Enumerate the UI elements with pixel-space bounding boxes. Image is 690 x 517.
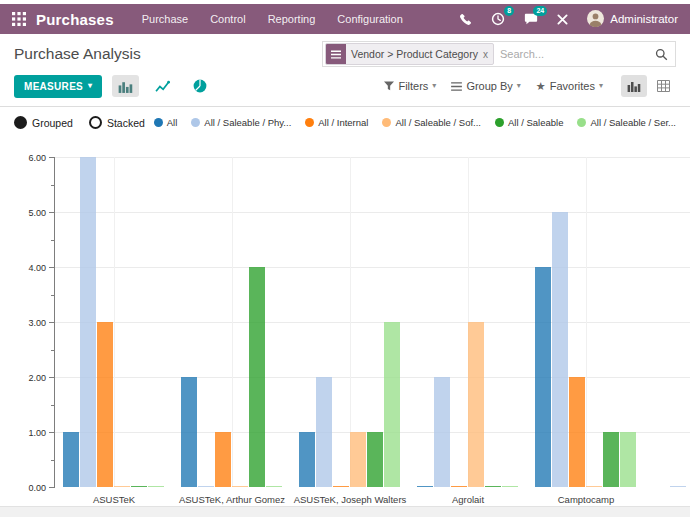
menu-reporting[interactable]: Reporting (268, 13, 316, 25)
bar[interactable] (181, 377, 197, 487)
legend-label: All / Saleable / Sof... (395, 117, 481, 128)
chart-legend: AllAll / Saleable / Phy...All / Internal… (154, 117, 676, 128)
legend-item[interactable]: All / Internal (305, 117, 368, 128)
search-bar[interactable]: Vendor > Product Category x (322, 41, 676, 67)
messages-badge: 24 (533, 6, 547, 16)
activities-clock-icon[interactable]: 8 (491, 12, 505, 26)
bar[interactable] (215, 432, 231, 487)
chart-type-bar-button[interactable] (112, 75, 139, 97)
bar[interactable] (316, 377, 332, 487)
bar[interactable] (266, 486, 282, 487)
bar[interactable] (451, 486, 467, 487)
bar[interactable] (97, 322, 113, 487)
menu-control[interactable]: Control (210, 13, 245, 25)
bar[interactable] (384, 322, 400, 487)
legend-item[interactable]: All / Saleable / Sof... (382, 117, 481, 128)
apps-grid-icon[interactable] (12, 12, 26, 26)
bar[interactable] (249, 267, 265, 487)
bar-group (291, 157, 409, 487)
legend-dot (495, 118, 504, 127)
legend-item[interactable]: All / Saleable / Ser... (577, 117, 676, 128)
bar[interactable] (148, 486, 164, 487)
bar[interactable] (485, 486, 501, 487)
x-axis-label (645, 494, 690, 505)
bar[interactable] (535, 267, 551, 487)
bar[interactable] (586, 486, 602, 487)
bar[interactable] (80, 157, 96, 487)
bar[interactable] (417, 486, 433, 487)
y-tick-label: 5.00 (28, 208, 46, 218)
bar-cluster (417, 322, 519, 487)
legend-dot (191, 118, 200, 127)
caret-down-icon: ▾ (517, 82, 521, 90)
bar[interactable] (232, 486, 248, 487)
legend-label: All / Saleable (508, 117, 563, 128)
bar[interactable] (468, 322, 484, 487)
bar[interactable] (434, 377, 450, 487)
filters-dropdown[interactable]: Filters ▾ (384, 80, 436, 92)
search-facet[interactable]: Vendor > Product Category x (325, 43, 494, 65)
user-menu[interactable]: Administrator (587, 10, 678, 29)
menu-configuration[interactable]: Configuration (337, 13, 402, 25)
search-input[interactable] (494, 48, 655, 60)
top-menu: Purchase Control Reporting Configuration (142, 13, 403, 25)
search-icon[interactable] (655, 48, 675, 61)
bar[interactable] (603, 432, 619, 487)
radio-selected-icon (14, 116, 27, 129)
close-icon[interactable] (557, 14, 568, 25)
control-panel: Purchase Analysis Vendor > Product Categ… (0, 34, 690, 107)
bar-cluster (299, 322, 401, 487)
bar-group (55, 157, 173, 487)
legend-item[interactable]: All / Saleable (495, 117, 563, 128)
groupby-dropdown[interactable]: Group By ▾ (451, 80, 520, 92)
bar[interactable] (63, 432, 79, 487)
facet-remove-icon[interactable]: x (483, 44, 493, 64)
legend-item[interactable]: All / Saleable / Phy... (191, 117, 291, 128)
menu-purchase[interactable]: Purchase (142, 13, 188, 25)
x-axis-label: ASUSTeK, Arthur Gomez (173, 494, 291, 505)
plot-area (55, 157, 690, 487)
pivot-view-button[interactable] (650, 75, 676, 97)
legend-dot (154, 118, 163, 127)
bar[interactable] (198, 486, 214, 487)
legend-dot (382, 118, 391, 127)
bar[interactable] (299, 432, 315, 487)
y-tick-label: 3.00 (28, 318, 46, 328)
bar[interactable] (670, 486, 686, 487)
bar-groups (55, 157, 690, 487)
mode-grouped-radio[interactable]: Grouped (14, 116, 73, 129)
bar[interactable] (620, 432, 636, 487)
legend-label: All / Saleable / Phy... (204, 117, 291, 128)
measures-button[interactable]: MEASURES▾ (14, 75, 102, 98)
user-name: Administrator (610, 13, 678, 25)
bar[interactable] (569, 377, 585, 487)
mode-stacked-radio[interactable]: Stacked (89, 116, 145, 129)
bar[interactable] (350, 432, 366, 487)
chart-type-pie-button[interactable] (186, 75, 213, 97)
bar[interactable] (333, 486, 349, 487)
legend-item[interactable]: All (154, 117, 178, 128)
x-axis-labels: ASUSTeKASUSTeK, Arthur GomezASUSTeK, Jos… (55, 494, 690, 505)
messages-bubble-icon[interactable]: 24 (524, 12, 538, 26)
groupby-facet-icon (326, 44, 346, 64)
bar[interactable] (552, 212, 568, 487)
bar[interactable] (131, 486, 147, 487)
bar-group (409, 157, 527, 487)
y-axis-line (54, 157, 55, 488)
page-bottom-edge (0, 506, 690, 517)
app-title[interactable]: Purchases (36, 11, 114, 28)
chart-toolbar: Grouped Stacked AllAll / Saleable / Phy.… (0, 107, 690, 133)
favorites-dropdown[interactable]: ★ Favorites ▾ (536, 80, 603, 93)
bar[interactable] (114, 486, 130, 487)
view-switcher (621, 75, 676, 97)
page-title: Purchase Analysis (14, 45, 141, 63)
phone-icon[interactable] (459, 13, 472, 26)
systray: 8 24 Administrator (459, 10, 678, 29)
bar[interactable] (367, 432, 383, 487)
bar[interactable] (502, 486, 518, 487)
bar-cluster (181, 267, 283, 487)
bar-cluster (63, 157, 165, 487)
chart-type-line-button[interactable] (149, 75, 176, 97)
x-axis-label: ASUSTeK, Joseph Walters (291, 494, 409, 505)
graph-view-button[interactable] (621, 75, 647, 97)
